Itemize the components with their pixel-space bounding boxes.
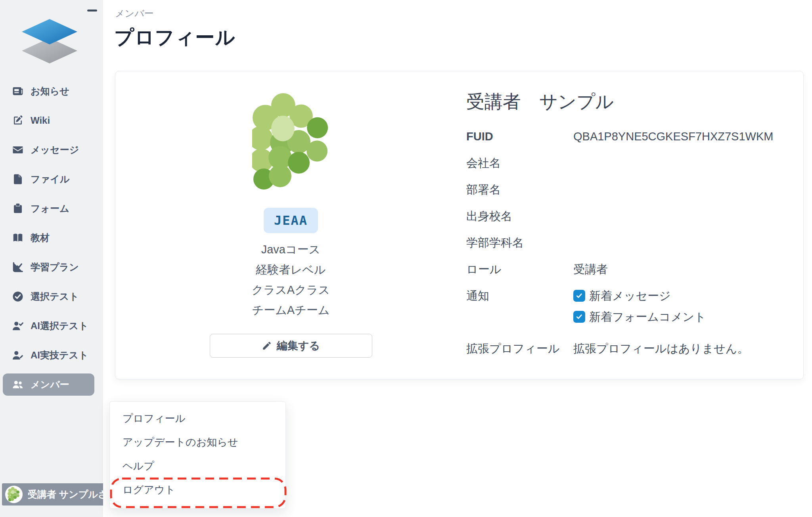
course-info-line: クラスAクラス <box>252 280 330 300</box>
sidebar-collapse-button[interactable] <box>85 6 99 15</box>
sidebar-item-label: メンバー <box>31 378 69 391</box>
sidebar-item-label: フォーム <box>31 202 69 215</box>
sidebar-item-learning-plan[interactable]: 学習プラン <box>0 253 103 282</box>
sidebar-item-wiki[interactable]: Wiki <box>0 106 103 135</box>
app-logo-icon <box>20 19 79 63</box>
sidebar-item-label: Wiki <box>31 115 50 126</box>
profile-name: 受講者 サンプル <box>466 90 803 114</box>
profile-avatar-grape-image <box>252 93 330 192</box>
field-label: FUID <box>466 128 573 144</box>
edit-button-label: 編集する <box>277 339 320 353</box>
sidebar: お知らせWikiメッセージファイルフォーム教材学習プラン選択テストAI選択テスト… <box>0 0 103 517</box>
sidebar-item-label: AI選択テスト <box>31 320 88 332</box>
user-pen-icon <box>12 349 24 361</box>
profile-field-row: 部署名 <box>466 182 803 197</box>
profile-field-row: 拡張プロフィール拡張プロフィールはありません。 <box>466 341 803 356</box>
profile-field-row: FUIDQBA1P8YNE5CGKESF7HXZ7S1WKM <box>466 128 803 144</box>
notification-checkbox-row[interactable]: 新着メッセージ <box>573 288 706 304</box>
checkbox-label: 新着フォームコメント <box>589 309 706 325</box>
user-check-icon <box>12 320 24 332</box>
sidebar-item-label: AI実技テスト <box>31 349 88 362</box>
profile-field-row: 通知新着メッセージ新着フォームコメント <box>466 288 803 330</box>
notification-checkbox-row[interactable]: 新着フォームコメント <box>573 309 706 325</box>
profile-field-row: 出身校名 <box>466 208 803 224</box>
field-label: 通知 <box>466 288 573 330</box>
field-label: 拡張プロフィール <box>466 341 573 356</box>
course-info-line: チームAチーム <box>252 300 330 320</box>
profile-field-row: ロール受講者 <box>466 261 803 277</box>
field-label: ロール <box>466 261 573 277</box>
course-info: Javaコース経験者レベルクラスAクラスチームAチーム <box>252 239 330 320</box>
user-badge[interactable]: 受講者 サンプルさん <box>2 483 104 506</box>
sidebar-item-message[interactable]: メッセージ <box>0 135 103 165</box>
pen-square-icon <box>12 115 24 126</box>
checkbox-checked-icon[interactable] <box>573 311 585 323</box>
field-value: 受講者 <box>573 261 803 277</box>
field-label: 部署名 <box>466 182 573 197</box>
field-value <box>573 182 803 197</box>
field-label: 会社名 <box>466 155 573 171</box>
popup-menu-item[interactable]: プロフィール <box>110 406 285 430</box>
field-value: QBA1P8YNE5CGKESF7HXZ7S1WKM <box>573 128 803 144</box>
course-info-line: Javaコース <box>252 239 330 260</box>
edit-profile-button[interactable]: 編集する <box>210 334 372 358</box>
popup-menu-item[interactable]: アップデートのお知らせ <box>110 430 285 454</box>
minus-icon <box>87 10 97 11</box>
popup-menu-item[interactable]: ヘルプ <box>110 454 285 478</box>
clipboard-icon <box>12 203 24 214</box>
envelope-icon <box>12 144 24 156</box>
circle-check-icon <box>12 291 24 303</box>
field-value: 拡張プロフィールはありません。 <box>573 341 803 356</box>
sidebar-item-textbook[interactable]: 教材 <box>0 223 103 253</box>
sidebar-item-news[interactable]: お知らせ <box>0 77 103 106</box>
sidebar-item-label: メッセージ <box>31 144 79 156</box>
profile-card: JEAA Javaコース経験者レベルクラスAクラスチームAチーム 編集する 受講… <box>115 71 804 379</box>
profile-card-right: 受講者 サンプル FUIDQBA1P8YNE5CGKESF7HXZ7S1WKM会… <box>466 71 803 379</box>
user-avatar <box>5 486 23 503</box>
sidebar-item-ai-practical-test[interactable]: AI実技テスト <box>0 341 103 370</box>
news-icon <box>12 85 24 97</box>
sidebar-nav: お知らせWikiメッセージファイルフォーム教材学習プラン選択テストAI選択テスト… <box>0 77 103 399</box>
field-value <box>573 155 803 171</box>
pencil-icon <box>262 341 272 351</box>
account-popup-menu: プロフィールアップデートのお知らせヘルプログアウト <box>109 401 286 509</box>
sidebar-item-form[interactable]: フォーム <box>0 194 103 223</box>
checkbox-checked-icon[interactable] <box>573 290 585 302</box>
book-icon <box>12 232 24 244</box>
sidebar-item-file[interactable]: ファイル <box>0 165 103 194</box>
breadcrumb[interactable]: メンバー <box>115 7 154 20</box>
field-value <box>573 235 803 251</box>
sidebar-item-ai-choice-test[interactable]: AI選択テスト <box>0 311 103 341</box>
field-label: 出身校名 <box>466 208 573 224</box>
popup-menu-item-logout[interactable]: ログアウト <box>110 478 285 502</box>
checkbox-label: 新着メッセージ <box>589 288 671 304</box>
org-badge: JEAA <box>264 208 318 233</box>
sidebar-item-label: 教材 <box>31 232 50 244</box>
course-info-line: 経験者レベル <box>252 260 330 280</box>
sidebar-item-label: ファイル <box>31 173 69 186</box>
sidebar-item-label: 学習プラン <box>31 261 79 274</box>
page-title: プロフィール <box>114 25 236 51</box>
field-value <box>573 208 803 224</box>
field-label: 学部学科名 <box>466 235 573 251</box>
users-icon <box>12 379 24 391</box>
sidebar-item-label: 選択テスト <box>31 290 79 303</box>
app-root: { "sidebar": { "items": [ {"key":"news",… <box>0 0 812 517</box>
chart-line-icon <box>12 261 24 273</box>
file-icon <box>12 173 24 185</box>
profile-card-left: JEAA Javaコース経験者レベルクラスAクラスチームAチーム 編集する <box>115 71 466 379</box>
profile-field-row: 学部学科名 <box>466 235 803 251</box>
sidebar-item-label: お知らせ <box>31 85 69 98</box>
sidebar-item-choice-test[interactable]: 選択テスト <box>0 282 103 311</box>
sidebar-item-members[interactable]: メンバー <box>3 373 94 396</box>
notification-options: 新着メッセージ新着フォームコメント <box>573 288 706 330</box>
profile-field-row: 会社名 <box>466 155 803 171</box>
profile-fields: FUIDQBA1P8YNE5CGKESF7HXZ7S1WKM会社名部署名出身校名… <box>466 128 803 356</box>
